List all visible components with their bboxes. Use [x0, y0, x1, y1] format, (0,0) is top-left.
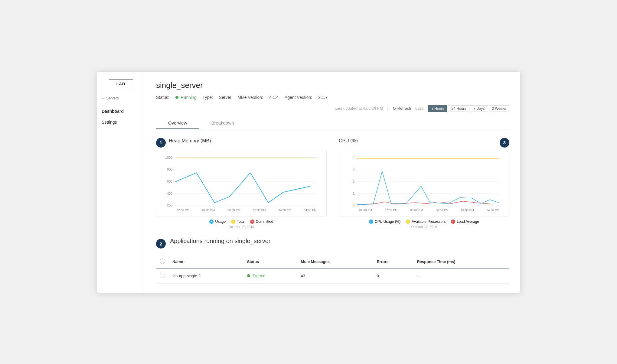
svg-text:03:30 PM: 03:30 PM	[436, 208, 448, 212]
row-radio-cell[interactable]	[156, 268, 169, 284]
legend-cpu-usage: ✓ CPU Usage (%)	[369, 219, 400, 224]
svg-text:200: 200	[167, 203, 172, 207]
server-meta: Status: Running Type: Server Mule Versio…	[156, 95, 509, 100]
row-response-time: 1	[413, 268, 509, 284]
last-label: Last:	[415, 106, 424, 111]
row-errors: 0	[373, 268, 413, 284]
heap-date-label: October 17, 2019	[156, 225, 327, 229]
time-7days[interactable]: 7 Days	[470, 105, 488, 112]
svg-text:03:00 PM: 03:00 PM	[410, 208, 423, 212]
table-header-mule-messages: Mule Messages	[297, 255, 373, 268]
mule-version-value: 4.1.4	[269, 95, 279, 100]
callout-1: 1	[156, 138, 166, 148]
svg-text:800: 800	[167, 167, 172, 171]
last-updated-text: Last updated at 4:56:26 PM	[335, 106, 383, 111]
toolbar: Last updated at 4:56:26 PM | ↻ Refresh L…	[156, 105, 509, 112]
applications-table: Name Status Mule Messages Errors Respons	[156, 255, 509, 284]
time-24hours[interactable]: 24 Hours	[448, 105, 469, 112]
heap-memory-chart: 1 Heap Memory (MB) 1000 800 600 400 200	[156, 138, 327, 229]
legend-committed: ✓ Committed	[250, 219, 273, 224]
sidebar: LAB Servers Dashboard Settings	[97, 72, 145, 293]
type-value: Server	[219, 95, 231, 100]
type-label: Type:	[203, 95, 213, 100]
svg-text:04:00 PM: 04:00 PM	[278, 208, 291, 212]
svg-text:02:00 PM: 02:00 PM	[359, 208, 372, 212]
agent-version-value: 2.1.7	[318, 95, 328, 100]
svg-text:04:30 PM: 04:30 PM	[487, 208, 499, 212]
main-content: single_server Status: Running Type: Serv…	[145, 72, 520, 293]
tab-bar: Overview Breakdown	[156, 117, 509, 129]
svg-text:04:30 PM: 04:30 PM	[304, 208, 317, 212]
table-header-checkbox	[156, 255, 169, 268]
cpu-date-label: October 17, 2019	[339, 225, 509, 229]
cpu-chart-svg: 4 3 2 1 0 02:00 PM 02:30 PM	[342, 153, 506, 213]
table-header-status: Status	[243, 255, 297, 268]
legend-usage: ✓ Usage	[209, 219, 226, 224]
table-header-row: Name Status Mule Messages Errors Respons	[156, 255, 509, 268]
table-header-errors: Errors	[373, 255, 413, 268]
callout-3: 3	[500, 138, 509, 148]
agent-version-label: Agent Version:	[285, 95, 312, 100]
svg-text:400: 400	[167, 191, 172, 195]
legend-load-average: ✓ Load Average	[451, 219, 479, 224]
applications-section: 2 Applications running on single_server …	[156, 238, 509, 284]
refresh-label: Refresh	[397, 106, 411, 111]
legend-available-processors: ✓ Available Processors	[406, 219, 446, 224]
svg-text:04:00 PM: 04:00 PM	[461, 208, 474, 212]
time-2weeks[interactable]: 2 Weeks	[489, 105, 509, 112]
svg-text:02:30 PM: 02:30 PM	[385, 208, 397, 212]
time-range-selector: 3 Hours 24 Hours 7 Days 2 Weeks	[428, 105, 509, 112]
refresh-icon: ↻	[393, 106, 396, 111]
row-app-name[interactable]: lab-app-single-2	[169, 268, 243, 284]
table-header-response-time: Response Time (ms)	[413, 255, 509, 268]
svg-text:3: 3	[353, 167, 354, 171]
mule-version-label: Mule Version:	[237, 95, 263, 100]
heap-chart-svg: 1000 800 600 400 200 02:00 PM 02:30 P	[159, 153, 323, 213]
svg-text:03:00 PM: 03:00 PM	[227, 208, 240, 212]
svg-text:1: 1	[353, 191, 354, 195]
svg-text:600: 600	[167, 180, 172, 183]
sidebar-back-link[interactable]: Servers	[97, 94, 145, 102]
row-status-value: Started	[253, 274, 265, 278]
cpu-chart-legend: ✓ CPU Usage (%) ✓ Available Processors ✓…	[339, 219, 509, 224]
page-title: single_server	[156, 81, 509, 90]
svg-text:0: 0	[353, 203, 354, 207]
sidebar-logo: LAB	[109, 80, 133, 88]
applications-section-title: Applications running on single_server	[170, 238, 270, 245]
callout-2: 2	[156, 239, 166, 249]
svg-text:1000: 1000	[165, 155, 172, 159]
table-header-name[interactable]: Name	[169, 255, 243, 268]
svg-text:2: 2	[353, 180, 354, 183]
cpu-chart-title: CPU (%)	[339, 138, 497, 144]
sidebar-item-settings[interactable]: Settings	[97, 117, 145, 128]
row-status-dot	[247, 274, 250, 277]
heap-chart-legend: ✓ Usage ✓ Total ✓ Committed	[156, 219, 327, 224]
table-row: lab-app-single-2 Started 43 0 1	[156, 268, 509, 284]
header-radio[interactable]	[160, 258, 165, 264]
row-mule-messages: 43	[297, 268, 373, 284]
cpu-chart: CPU (%) 3 4 3 2 1 0	[339, 138, 509, 229]
svg-text:02:00 PM: 02:00 PM	[177, 208, 189, 212]
status-label: Status:	[156, 95, 169, 100]
heap-chart-title: Heap Memory (MB)	[169, 138, 211, 144]
tab-breakdown[interactable]: Breakdown	[199, 117, 246, 129]
tab-overview[interactable]: Overview	[156, 117, 199, 129]
svg-text:03:30 PM: 03:30 PM	[253, 208, 266, 212]
status-dot	[175, 96, 178, 99]
status-value: Running	[181, 95, 196, 100]
status-indicator: Running	[175, 95, 197, 100]
row-status: Started	[243, 268, 297, 284]
time-3hours[interactable]: 3 Hours	[428, 105, 447, 112]
refresh-button[interactable]: ↻ Refresh	[393, 106, 411, 111]
row-radio[interactable]	[160, 273, 165, 278]
cpu-chart-area: 4 3 2 1 0 02:00 PM 02:30 PM	[339, 150, 509, 216]
svg-text:4: 4	[353, 155, 354, 159]
heap-chart-area: 1000 800 600 400 200 02:00 PM 02:30 P	[156, 150, 327, 216]
charts-row: 1 Heap Memory (MB) 1000 800 600 400 200	[156, 138, 509, 229]
legend-total: ✓ Total	[231, 219, 244, 224]
sidebar-item-dashboard[interactable]: Dashboard	[97, 106, 145, 117]
svg-text:02:30 PM: 02:30 PM	[202, 208, 215, 212]
